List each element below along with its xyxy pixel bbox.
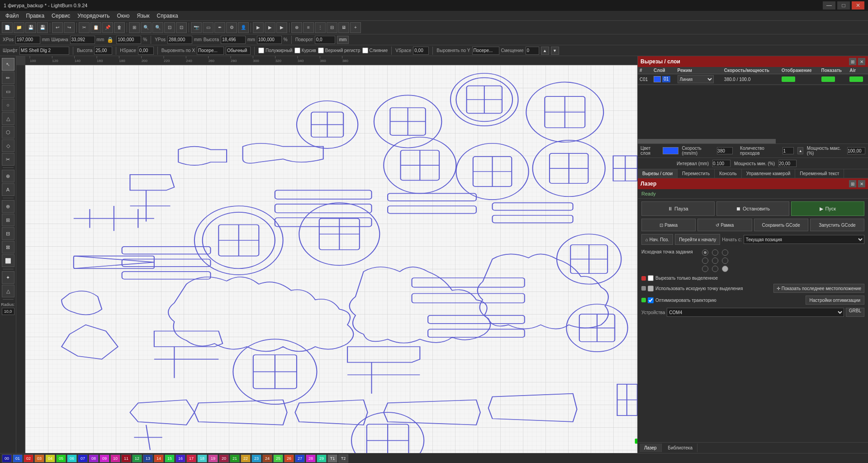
frame2-button[interactable]: ↺ Рамка bbox=[697, 219, 752, 231]
layers-btn[interactable]: ≡ bbox=[303, 22, 314, 33]
align-btn[interactable]: ⊟ bbox=[327, 22, 337, 33]
cut-selected-checkbox[interactable] bbox=[648, 275, 654, 281]
grid-btn[interactable]: ⋮ bbox=[315, 22, 326, 33]
layer-mode-select[interactable]: Линия bbox=[678, 75, 714, 83]
bottom-tab-24[interactable]: 24 bbox=[262, 454, 272, 463]
offset-input[interactable] bbox=[526, 47, 539, 55]
bottom-tab-00[interactable]: 00 bbox=[2, 454, 12, 463]
bottom-tab-02[interactable]: 02 bbox=[24, 454, 33, 463]
frame1-button[interactable]: ⊡ Рамка bbox=[641, 219, 696, 231]
device-select[interactable]: COM4 bbox=[667, 308, 844, 317]
menu-service[interactable]: Сервис bbox=[48, 12, 74, 20]
upper-check[interactable]: Верхний регистр bbox=[318, 48, 360, 53]
merge-check[interactable]: Слияние bbox=[362, 48, 388, 53]
laser-float-btn[interactable]: ⊞ bbox=[849, 180, 856, 187]
delete-btn[interactable]: 🗑 bbox=[114, 22, 125, 33]
bottom-tab-01[interactable]: 01 bbox=[13, 454, 23, 463]
height-input[interactable] bbox=[221, 36, 246, 44]
device-btn[interactable]: 🖥 bbox=[338, 22, 349, 33]
bottom-tab-T1[interactable]: T1 bbox=[327, 454, 337, 463]
start-from-select[interactable]: Текущая позиция bbox=[744, 235, 864, 244]
paste-btn[interactable]: 📌 bbox=[102, 22, 113, 33]
width-input[interactable] bbox=[70, 36, 95, 44]
bottom-tab-05[interactable]: 05 bbox=[56, 454, 66, 463]
menu-window[interactable]: Окно bbox=[114, 12, 133, 20]
cut-btn[interactable]: ✂ bbox=[79, 22, 90, 33]
bottom-tab-17[interactable]: 17 bbox=[186, 454, 196, 463]
bottom-tab-12[interactable]: 12 bbox=[132, 454, 142, 463]
optimize-settings-button[interactable]: Настройки оптимизации bbox=[806, 296, 864, 305]
menu-edit[interactable]: Правка bbox=[23, 12, 48, 20]
bottom-tab-15[interactable]: 15 bbox=[165, 454, 175, 463]
bottom-tab-08[interactable]: 08 bbox=[89, 454, 99, 463]
bottom-tab-16[interactable]: 16 bbox=[175, 454, 185, 463]
show-toggle[interactable] bbox=[821, 76, 835, 82]
offset-up-btn[interactable]: ▲ bbox=[541, 47, 549, 55]
tool-draw[interactable]: ✏ bbox=[2, 72, 14, 84]
laser-close-btn[interactable]: ✕ bbox=[858, 180, 865, 187]
bottom-tab-18[interactable]: 18 bbox=[197, 454, 207, 463]
ypos-input[interactable] bbox=[167, 36, 192, 44]
bottom-tab-21[interactable]: 21 bbox=[230, 454, 240, 463]
copy-btn[interactable]: 📋 bbox=[90, 22, 101, 33]
tab-library[interactable]: Библиотека bbox=[664, 444, 697, 452]
height-percent-input[interactable] bbox=[257, 36, 282, 44]
tool-circle[interactable]: ○ bbox=[2, 99, 14, 111]
text-height-input[interactable] bbox=[94, 47, 112, 55]
bottom-tab-19[interactable]: 19 bbox=[208, 454, 218, 463]
close-button[interactable]: ✕ bbox=[852, 1, 864, 10]
bottom-tab-04[interactable]: 04 bbox=[45, 454, 55, 463]
passes-input[interactable] bbox=[783, 147, 794, 154]
frame-btn[interactable]: ▭ bbox=[203, 22, 213, 33]
bottom-tab-20[interactable]: 20 bbox=[219, 454, 229, 463]
zoom-out-btn[interactable]: 🔍 bbox=[152, 22, 163, 33]
hspace-input[interactable] bbox=[138, 47, 154, 55]
bottom-tab-03[interactable]: 03 bbox=[34, 454, 44, 463]
bottom-tab-23[interactable]: 23 bbox=[251, 454, 261, 463]
speed-detail-input[interactable] bbox=[717, 147, 733, 154]
redo-btn[interactable]: ↪ bbox=[64, 22, 75, 33]
go-home-button[interactable]: Перейти к началу bbox=[675, 234, 720, 245]
origin-dot-mr[interactable] bbox=[722, 258, 728, 264]
settings-btn[interactable]: ⚙ bbox=[226, 22, 237, 33]
bottom-tab-25[interactable]: 25 bbox=[273, 454, 283, 463]
tool-ungroup[interactable]: ⊟ bbox=[2, 227, 14, 240]
start-button[interactable]: ▶ Пуск bbox=[791, 201, 864, 216]
tool-crosshair[interactable]: ⊕ bbox=[2, 200, 14, 213]
menu-file[interactable]: Файл bbox=[2, 12, 23, 20]
trace-btn[interactable]: ✒ bbox=[214, 22, 225, 33]
cuts-scrollbar[interactable] bbox=[638, 139, 868, 143]
new-btn[interactable]: 📄 bbox=[2, 22, 13, 33]
tool-arrow[interactable]: △ bbox=[2, 285, 14, 297]
origin-dot-bl[interactable] bbox=[702, 266, 708, 272]
bottom-tab-26[interactable]: 26 bbox=[284, 454, 294, 463]
radius-input[interactable] bbox=[2, 308, 14, 315]
save-btn[interactable]: 💾 bbox=[25, 22, 36, 33]
play-btn[interactable]: ▶ bbox=[253, 22, 264, 33]
tab-camera[interactable]: Управление камерой bbox=[742, 169, 796, 178]
run-gcode-button[interactable]: Запустить GCode bbox=[810, 219, 864, 231]
origin-dot-tr[interactable] bbox=[722, 249, 728, 256]
undo-btn[interactable]: ↩ bbox=[52, 22, 63, 33]
rotation-input[interactable] bbox=[315, 36, 335, 44]
tool-cut[interactable]: ✂ bbox=[2, 153, 14, 166]
align-y-input[interactable] bbox=[472, 47, 499, 55]
origin-dot-bc[interactable] bbox=[712, 266, 718, 272]
tab-move[interactable]: Переместить bbox=[678, 169, 715, 178]
italic-check[interactable]: Курсив bbox=[294, 48, 316, 53]
tool-group[interactable]: ⊞ bbox=[2, 214, 14, 226]
origin-dot-mc[interactable] bbox=[712, 258, 718, 264]
pause-button[interactable]: ⏸ Пауза bbox=[641, 201, 715, 216]
canvas-area[interactable]: 1001201401601802002202402602803003203403… bbox=[16, 56, 637, 453]
bottom-tab-27[interactable]: 27 bbox=[295, 454, 305, 463]
power-max-input[interactable] bbox=[847, 147, 865, 154]
bottom-tab-11[interactable]: 11 bbox=[121, 454, 131, 463]
menu-language[interactable]: Язык bbox=[133, 12, 153, 20]
bottom-tab-06[interactable]: 06 bbox=[67, 454, 77, 463]
maximize-button[interactable]: □ bbox=[837, 1, 850, 10]
users-btn[interactable]: 👤 bbox=[238, 22, 249, 33]
panel-float-btn[interactable]: ⊞ bbox=[849, 58, 856, 65]
bottom-tab-29[interactable]: 29 bbox=[317, 454, 327, 463]
more-btn[interactable]: + bbox=[350, 22, 361, 33]
power-min-input[interactable] bbox=[778, 160, 797, 167]
